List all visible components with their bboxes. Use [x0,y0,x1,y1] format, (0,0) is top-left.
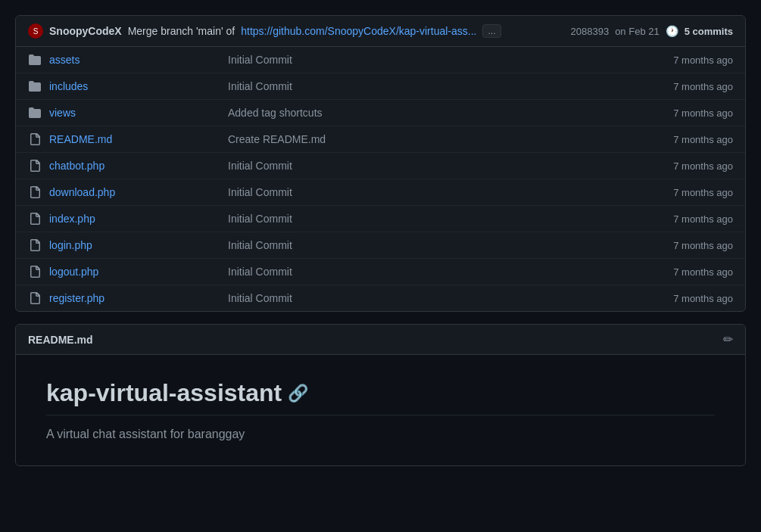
file-commit-message[interactable]: Initial Commit [216,160,657,172]
file-name[interactable]: logout.php [49,266,216,278]
edit-icon[interactable]: ✏ [723,332,733,347]
file-name[interactable]: login.php [49,239,216,251]
file-commit-age: 7 months ago [657,293,733,304]
readme-h1-text[interactable]: kap-virtual-assistant [46,379,282,407]
file-name[interactable]: README.md [49,133,216,145]
readme-wrapper: README.md ✏ kap-virtual-assistant 🔗 A vi… [15,324,746,466]
file-commit-message[interactable]: Initial Commit [216,292,657,304]
readme-header-label: README.md [28,334,93,346]
file-name[interactable]: chatbot.php [49,160,216,172]
folder-icon [28,79,42,93]
repo-container: S SnoopyCodeX Merge branch 'main' of htt… [15,15,746,466]
commit-hash[interactable]: 2088393 [571,26,610,37]
file-table-wrapper: S SnoopyCodeX Merge branch 'main' of htt… [15,15,746,312]
clock-icon: 🕐 [666,25,678,37]
file-commit-age: 7 months ago [657,107,733,119]
file-icon [28,265,42,278]
table-row: README.mdCreate README.md7 months ago [16,126,745,153]
commit-author[interactable]: SnoopyCodeX [49,25,122,37]
readme-anchor-link[interactable]: 🔗 [288,384,308,403]
table-row: download.phpInitial Commit7 months ago [16,179,745,206]
file-commit-age: 7 months ago [657,187,733,198]
file-name[interactable]: includes [49,80,216,92]
file-commit-message[interactable]: Initial Commit [216,266,657,278]
file-commit-message[interactable]: Initial Commit [216,213,657,225]
file-commit-message[interactable]: Initial Commit [216,54,657,66]
table-row: viewsAdded tag shortcuts7 months ago [16,100,745,126]
table-row: logout.phpInitial Commit7 months ago [16,259,745,285]
readme-header: README.md ✏ [16,325,745,355]
file-commit-age: 7 months ago [657,160,733,172]
file-commit-age: 7 months ago [657,240,733,251]
file-icon [28,185,42,199]
table-row: login.phpInitial Commit7 months ago [16,232,745,259]
commit-ellipsis[interactable]: ... [482,24,501,38]
file-commit-age: 7 months ago [657,266,733,278]
file-name[interactable]: assets [49,54,216,66]
file-commit-message[interactable]: Initial Commit [216,186,657,198]
file-commit-message[interactable]: Create README.md [216,133,657,145]
file-icon [28,159,42,173]
file-name[interactable]: views [49,107,216,119]
commit-header: S SnoopyCodeX Merge branch 'main' of htt… [16,16,745,47]
table-row: register.phpInitial Commit7 months ago [16,285,745,311]
file-icon [28,132,42,146]
file-icon [28,212,42,226]
table-row: includesInitial Commit7 months ago [16,73,745,100]
commit-date: on Feb 21 [615,26,660,37]
file-commit-age: 7 months ago [657,54,733,66]
table-row: index.phpInitial Commit7 months ago [16,206,745,232]
file-commit-age: 7 months ago [657,134,733,145]
file-name[interactable]: register.php [49,292,216,304]
file-commit-message[interactable]: Added tag shortcuts [216,107,657,119]
file-name[interactable]: download.php [49,186,216,198]
file-commit-message[interactable]: Initial Commit [216,239,657,251]
commit-meta: 2088393 on Feb 21 🕐 5 commits [571,25,733,37]
file-icon [28,238,42,252]
table-row: assetsInitial Commit7 months ago [16,47,745,73]
file-icon [28,291,42,305]
file-rows-container: assetsInitial Commit7 months ago include… [16,47,745,311]
commit-repo-link[interactable]: https://github.com/SnoopyCodeX/kap-virtu… [241,25,476,37]
commit-message-prefix: Merge branch 'main' of [128,25,235,37]
folder-icon [28,53,42,67]
readme-h1: kap-virtual-assistant 🔗 [46,379,715,415]
readme-description: A virtual chat assistant for baranggay [46,428,715,441]
table-row: chatbot.phpInitial Commit7 months ago [16,153,745,179]
avatar: S [28,23,43,39]
file-commit-message[interactable]: Initial Commit [216,80,657,92]
file-commit-age: 7 months ago [657,81,733,92]
file-commit-age: 7 months ago [657,213,733,225]
file-name[interactable]: index.php [49,213,216,225]
readme-content: kap-virtual-assistant 🔗 A virtual chat a… [16,355,745,465]
folder-icon [28,106,42,120]
commits-count[interactable]: 5 commits [685,26,733,37]
